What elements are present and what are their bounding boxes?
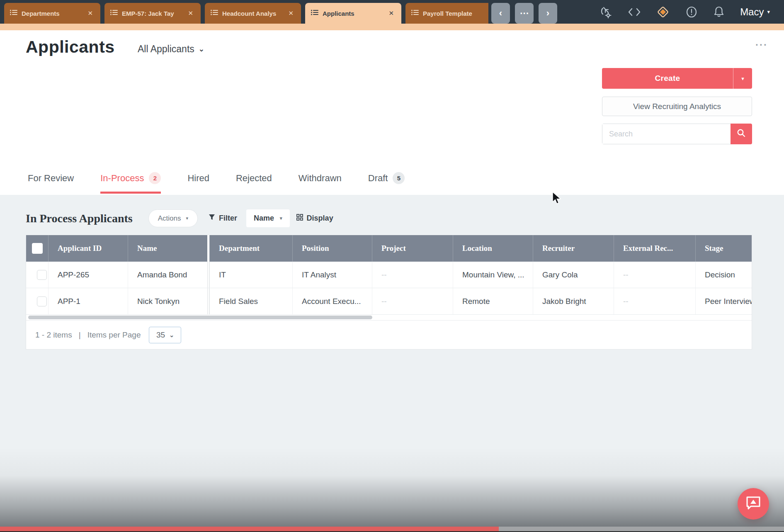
- cell-applicant-id[interactable]: APP-265: [48, 262, 128, 288]
- cell-name[interactable]: Nick Tonkyn: [128, 288, 207, 314]
- view-recruiting-analytics-button[interactable]: View Recruiting Analytics: [602, 97, 752, 116]
- tab-label: Withdrawn: [299, 173, 342, 184]
- close-icon[interactable]: ✕: [387, 9, 396, 18]
- alert-icon[interactable]: [685, 6, 698, 18]
- select-all-checkbox[interactable]: [32, 243, 43, 254]
- list-icon: [411, 10, 419, 17]
- close-icon[interactable]: ✕: [286, 9, 295, 18]
- doc-tab-emp-57[interactable]: EMP-57: Jack Tay ✕: [104, 3, 201, 24]
- page-title: Applicants: [26, 37, 115, 57]
- document-tabs: Departments ✕ EMP-57: Jack Tay ✕ Headcou…: [4, 3, 488, 24]
- status-tabs: For Review In-Process 2 Hired Rejected W…: [28, 172, 405, 194]
- tab-label: Rejected: [236, 173, 272, 184]
- cell-department: Field Sales: [209, 288, 292, 314]
- column-header-stage[interactable]: Stage: [695, 235, 752, 262]
- tab-rejected[interactable]: Rejected: [236, 172, 272, 194]
- tab-in-process[interactable]: In-Process 2: [100, 172, 161, 194]
- tab-draft[interactable]: Draft 5: [368, 172, 405, 194]
- table-row[interactable]: APP-265 Amanda Bond IT IT Analyst -- Mou…: [26, 262, 752, 288]
- column-header-project[interactable]: Project: [372, 235, 453, 262]
- display-button[interactable]: Display: [296, 214, 333, 223]
- caret-down-icon: ▾: [741, 75, 744, 82]
- tab-label: Draft: [368, 173, 388, 184]
- cell-applicant-id[interactable]: APP-1: [48, 288, 128, 314]
- tab-hired[interactable]: Hired: [187, 172, 209, 194]
- table-header-row: Applicant ID Name Department Position Pr…: [26, 235, 752, 262]
- tab-label: In-Process: [100, 173, 144, 184]
- doc-tab-headcount-analysis[interactable]: Headcount Analys ✕: [205, 3, 301, 24]
- column-header-location[interactable]: Location: [453, 235, 533, 262]
- actions-label: Actions: [158, 214, 181, 223]
- overflow-menu-icon[interactable]: ···: [755, 43, 768, 47]
- cell-stage: Decision: [695, 262, 752, 288]
- actions-dropdown[interactable]: Actions ▾: [148, 209, 198, 227]
- row-select-cell: [26, 262, 48, 288]
- items-per-page-select[interactable]: 35 ⌄: [149, 327, 181, 343]
- tab-for-review[interactable]: For Review: [28, 172, 74, 194]
- filter-button[interactable]: Filter: [209, 214, 237, 223]
- column-header-position[interactable]: Position: [292, 235, 372, 262]
- doc-tab-departments[interactable]: Departments ✕: [4, 3, 100, 24]
- cell-recruiter: Jakob Bright: [533, 288, 614, 314]
- row-checkbox[interactable]: [37, 296, 47, 306]
- panel-toolbar: In Process Applicants Actions ▾ Filter N…: [26, 209, 333, 227]
- items-per-page-value: 35: [156, 330, 165, 340]
- close-icon[interactable]: ✕: [186, 9, 195, 18]
- column-header-name[interactable]: Name: [128, 235, 207, 262]
- row-select-cell: [26, 288, 48, 314]
- top-tab-bar: Departments ✕ EMP-57: Jack Tay ✕ Headcou…: [0, 0, 784, 24]
- filter-label: Filter: [219, 214, 237, 223]
- close-icon[interactable]: ✕: [86, 9, 95, 18]
- cell-position: Account Execu...: [292, 288, 372, 314]
- tab-back-button[interactable]: ‹: [491, 3, 510, 24]
- notifications-bell-icon[interactable]: [714, 6, 724, 18]
- column-header-external-recruiter[interactable]: External Rec...: [614, 235, 695, 262]
- cell-name[interactable]: Amanda Bond: [128, 262, 207, 288]
- tab-more-button[interactable]: ⋯: [515, 3, 534, 24]
- row-checkbox[interactable]: [37, 270, 47, 280]
- code-icon[interactable]: [628, 7, 641, 17]
- view-selector-dropdown[interactable]: All Applicants ⌄: [138, 44, 204, 55]
- video-progress-bar[interactable]: [0, 527, 784, 531]
- tab-label: Payroll Template: [423, 10, 488, 17]
- feedback-chat-fab[interactable]: [738, 488, 769, 520]
- tab-label: EMP-57: Jack Tay: [122, 10, 182, 17]
- tab-nav-buttons: ‹ ⋯ ›: [491, 3, 557, 24]
- active-tab-strip: [0, 24, 784, 30]
- cell-location: Remote: [453, 288, 533, 314]
- user-menu[interactable]: Macy ▾: [740, 6, 770, 18]
- panel-title: In Process Applicants: [26, 212, 133, 225]
- tab-withdrawn[interactable]: Withdrawn: [299, 172, 342, 194]
- caret-down-icon: ▾: [280, 216, 282, 221]
- cell-department: IT: [209, 262, 292, 288]
- pagination-separator: |: [79, 330, 81, 340]
- search-box: [602, 124, 752, 144]
- sort-label: Name: [254, 214, 274, 223]
- chevron-down-icon: ⌄: [169, 332, 174, 338]
- table-row[interactable]: APP-1 Nick Tonkyn Field Sales Account Ex…: [26, 288, 752, 315]
- tab-label: Departments: [22, 10, 82, 17]
- chevron-down-icon: ⌄: [199, 45, 204, 53]
- column-header-applicant-id[interactable]: Applicant ID: [48, 235, 128, 262]
- filter-funnel-icon: [209, 214, 215, 223]
- column-header-department[interactable]: Department: [209, 235, 292, 262]
- sort-dropdown[interactable]: Name ▾: [246, 209, 290, 227]
- doc-tab-payroll-template[interactable]: Payroll Template: [405, 3, 488, 24]
- tab-label: Hired: [187, 173, 209, 184]
- select-all-cell: [26, 235, 48, 262]
- create-split-caret[interactable]: ▾: [733, 68, 752, 89]
- tab-forward-button[interactable]: ›: [539, 3, 557, 24]
- column-header-recruiter[interactable]: Recruiter: [533, 235, 614, 262]
- create-button[interactable]: Create ▾: [602, 68, 752, 89]
- view-selector-label: All Applicants: [138, 44, 194, 55]
- search-input[interactable]: [602, 124, 730, 144]
- display-grid-icon: [296, 214, 303, 223]
- user-name: Macy: [740, 6, 764, 18]
- search-button[interactable]: [731, 124, 752, 144]
- doc-tab-applicants-active[interactable]: Applicants ✕: [305, 3, 401, 24]
- automations-icon[interactable]: [600, 6, 612, 18]
- diamond-icon[interactable]: [656, 5, 670, 19]
- tab-label: For Review: [28, 173, 74, 184]
- chat-bubble-icon: [745, 495, 762, 513]
- horizontal-scrollbar-thumb[interactable]: [28, 316, 372, 319]
